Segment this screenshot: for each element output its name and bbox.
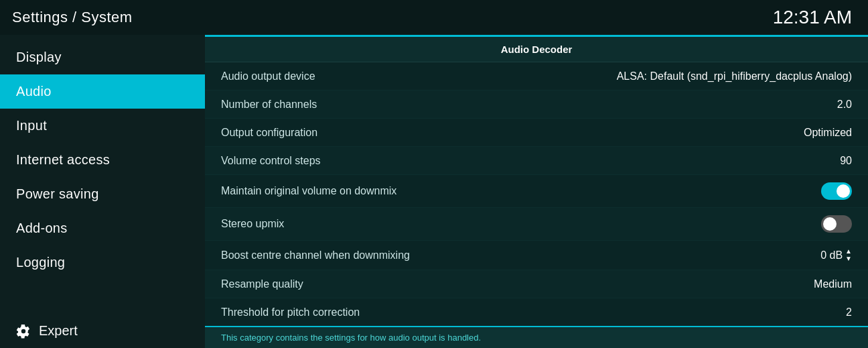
setting-label: Stereo upmix [221,218,284,230]
setting-value: ALSA: Default (snd_rpi_hifiberry_dacplus… [617,70,852,82]
setting-value: Medium [814,278,852,290]
expert-label: Expert [39,323,78,339]
setting-row-boost-centre[interactable]: Boost centre channel when downmixing 0 d… [205,241,868,270]
setting-row-maintain-volume[interactable]: Maintain original volume on downmix [205,175,868,208]
setting-label: Resample quality [221,278,303,290]
setting-row-stereo-upmix[interactable]: Stereo upmix [205,208,868,241]
arrow-down-icon[interactable]: ▼ [845,255,852,262]
setting-label: Boost centre channel when downmixing [221,249,410,262]
toggle-maintain-volume[interactable] [821,182,852,200]
setting-row-threshold-pitch[interactable]: Threshold for pitch correction 2 [205,298,868,326]
sidebar-item-input[interactable]: Input [0,109,205,143]
setting-value: Optimized [804,127,852,139]
sidebar-item-logging[interactable]: Logging [0,245,205,280]
setting-row-audio-output-device[interactable]: Audio output device ALSA: Default (snd_r… [205,62,868,91]
clock: 12:31 AM [773,7,852,28]
sidebar-item-expert[interactable]: Expert [0,314,205,348]
stepper-value: 0 dB [816,249,843,262]
setting-label: Number of channels [221,99,317,111]
header: Settings / System 12:31 AM [0,0,868,35]
status-bar: This category contains the settings for … [205,326,868,348]
sidebar-item-display[interactable]: Display [0,40,205,74]
setting-label: Maintain original volume on downmix [221,185,396,197]
setting-label: Output configuration [221,127,317,139]
setting-label: Volume control steps [221,155,321,167]
sidebar-spacer [0,280,205,314]
toggle-stereo-upmix[interactable] [821,215,852,233]
section-header: Audio Decoder [205,37,868,62]
sidebar: Display Audio Input Internet access Powe… [0,35,205,348]
setting-label: Threshold for pitch correction [221,306,360,318]
setting-value: 90 [840,155,852,167]
sidebar-item-audio[interactable]: Audio [0,74,205,109]
settings-list: Audio output device ALSA: Default (snd_r… [205,62,868,326]
main-content: Display Audio Input Internet access Powe… [0,35,868,348]
sidebar-item-internet-access[interactable]: Internet access [0,143,205,177]
setting-value: 2.0 [837,99,852,111]
setting-row-output-configuration[interactable]: Output configuration Optimized [205,119,868,147]
content-panel: Audio Decoder Audio output device ALSA: … [205,35,868,348]
sidebar-item-power-saving[interactable]: Power saving [0,177,205,211]
stepper-arrows: ▲ ▼ [845,248,852,262]
arrow-up-icon[interactable]: ▲ [845,248,852,255]
setting-value: 2 [846,306,852,318]
gear-icon [16,324,31,339]
setting-row-number-of-channels[interactable]: Number of channels 2.0 [205,91,868,119]
page-title: Settings / System [12,9,133,26]
stepper-boost-centre[interactable]: 0 dB ▲ ▼ [816,248,852,262]
setting-label: Audio output device [221,70,315,82]
setting-row-volume-control-steps[interactable]: Volume control steps 90 [205,147,868,175]
setting-row-resample-quality[interactable]: Resample quality Medium [205,270,868,298]
sidebar-item-add-ons[interactable]: Add-ons [0,211,205,245]
